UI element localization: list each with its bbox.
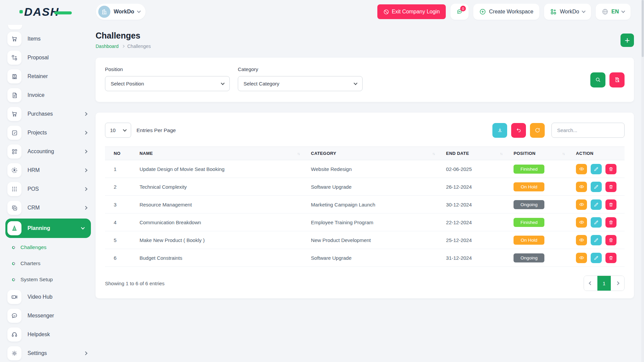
sidebar-item-messenger[interactable]: Messenger <box>7 306 96 325</box>
topbar: DASH WorkDo Exit Company Login <box>0 0 644 23</box>
position-select[interactable]: Select Position <box>105 76 230 91</box>
sidebar-item-accounting[interactable]: Accounting <box>7 142 96 161</box>
language-selector[interactable]: EN <box>596 4 631 20</box>
bullet-icon <box>12 278 16 282</box>
view-button[interactable] <box>576 253 587 263</box>
column-header-position[interactable]: POSITION↑↓ <box>510 147 573 160</box>
position-filter-label: Position <box>105 66 230 72</box>
sidebar-item-video-hub[interactable]: Video Hub <box>7 288 96 306</box>
sidebar-item-items[interactable]: Items <box>7 29 96 48</box>
cart-icon <box>7 107 21 121</box>
sidebar-subitem-charters[interactable]: Charters <box>7 255 96 272</box>
apply-filter-button[interactable] <box>590 72 605 87</box>
view-button[interactable] <box>576 217 587 228</box>
view-button[interactable] <box>576 182 587 192</box>
next-page-button[interactable] <box>611 276 624 291</box>
document-icon <box>7 88 21 102</box>
column-header-no[interactable]: NO <box>105 147 136 160</box>
view-button[interactable] <box>576 199 587 210</box>
sidebar-subitem-challenges[interactable]: Challenges <box>7 239 96 255</box>
category-select[interactable]: Select Category <box>238 76 363 91</box>
sidebar-item-projects[interactable]: Projects <box>7 123 96 142</box>
status-badge: Ongoing <box>514 253 544 262</box>
sidebar-item-crm[interactable]: CRM <box>7 198 96 217</box>
column-header-name[interactable]: NAME↑↓ <box>136 147 308 160</box>
workspace-avatar <box>98 6 110 18</box>
pencil-icon <box>594 255 599 260</box>
delete-button[interactable] <box>605 217 616 228</box>
sidebar-subitem-label: System Setup <box>20 277 53 283</box>
edit-button[interactable] <box>591 235 602 245</box>
eye-icon <box>579 202 584 207</box>
create-workspace-button[interactable]: Create Workspace <box>473 4 539 20</box>
table-footer: Showing 1 to 6 of 6 entries 1 <box>105 276 625 291</box>
column-header-end-date[interactable]: END DATE↑↓ <box>443 147 510 160</box>
cell-action <box>573 231 625 249</box>
trash-icon <box>608 238 613 243</box>
sidebar-item-hrm[interactable]: HRM <box>7 161 96 180</box>
previous-page-button[interactable] <box>584 276 597 291</box>
filter-card: Position Select Position Category Select… <box>96 58 634 102</box>
pagination: 1 <box>584 276 625 291</box>
cell-category: New Product Development <box>308 231 443 249</box>
cell-no: 1 <box>105 160 136 178</box>
view-button[interactable] <box>576 164 587 174</box>
column-header-category[interactable]: CATEGORY↑↓ <box>308 147 443 160</box>
scrollbar-thumb[interactable] <box>642 0 644 57</box>
sidebar-item-invoice[interactable]: Invoice <box>7 86 96 105</box>
edit-button[interactable] <box>591 199 602 210</box>
cell-name: Resource Management <box>136 196 308 214</box>
sidebar-item-helpdesk[interactable]: Helpdesk <box>7 325 96 344</box>
page-number-button[interactable]: 1 <box>597 276 611 291</box>
edit-button[interactable] <box>591 217 602 228</box>
search-icon <box>595 77 601 83</box>
sidebar-item-label: Helpdesk <box>28 331 50 338</box>
language-code: EN <box>611 9 619 15</box>
view-button[interactable] <box>576 235 587 245</box>
exit-company-login-button[interactable]: Exit Company Login <box>377 4 446 19</box>
entries-per-page-select[interactable]: 10 <box>105 123 131 138</box>
sidebar-item-retainer[interactable]: Retainer <box>7 67 96 86</box>
table-row: 5 Make New Product ( Bookly ) New Produc… <box>105 231 625 249</box>
slash-circle-icon <box>383 9 389 15</box>
chevron-right-icon <box>84 206 87 209</box>
cell-end-date: 22-12-2024 <box>443 214 510 231</box>
delete-button[interactable] <box>605 182 616 192</box>
delete-button[interactable] <box>605 164 616 174</box>
sidebar: Items Proposal Retainer Invoice <box>0 23 96 362</box>
sidebar-item-label: Invoice <box>28 92 45 98</box>
sidebar-item-label: Accounting <box>28 148 54 155</box>
sidebar-item-planning[interactable]: Planning <box>5 219 91 238</box>
status-badge: Finished <box>514 165 544 174</box>
cell-end-date: 02-06-2025 <box>443 160 510 178</box>
reset-filter-button[interactable] <box>609 72 625 87</box>
sidebar-item-settings[interactable]: Settings <box>7 344 96 362</box>
cell-name: Communication Breakdown <box>136 214 308 231</box>
plus-circle-icon <box>479 8 486 15</box>
cell-action <box>573 178 625 196</box>
sidebar-subitem-system-setup[interactable]: System Setup <box>7 272 96 288</box>
messages-button[interactable]: 0 <box>450 4 469 20</box>
sidebar-subitem-label: Challenges <box>20 244 47 250</box>
delete-button[interactable] <box>605 199 616 210</box>
delete-button[interactable] <box>605 235 616 245</box>
sidebar-item-proposal[interactable]: Proposal <box>7 48 96 67</box>
cell-position: Ongoing <box>510 196 573 214</box>
export-button[interactable] <box>492 123 507 138</box>
page-scrollbar[interactable] <box>641 0 644 362</box>
delete-button[interactable] <box>605 253 616 263</box>
undo-button[interactable] <box>511 123 526 138</box>
workspace-selector[interactable]: WorkDo <box>96 4 146 20</box>
edit-button[interactable] <box>591 253 602 263</box>
sidebar-item-pos[interactable]: POS <box>7 180 96 198</box>
table-search-input[interactable] <box>551 123 625 138</box>
refresh-button[interactable] <box>530 123 545 138</box>
breadcrumb-dashboard-link[interactable]: Dashboard <box>96 44 119 49</box>
add-challenge-button[interactable]: + <box>621 34 634 47</box>
sidebar-subitem-label: Charters <box>20 260 40 266</box>
exit-button-label: Exit Company Login <box>392 9 440 15</box>
sidebar-item-purchases[interactable]: Purchases <box>7 105 96 123</box>
workdo-menu[interactable]: WorkDo <box>544 4 591 20</box>
edit-button[interactable] <box>591 182 602 192</box>
edit-button[interactable] <box>591 164 602 174</box>
